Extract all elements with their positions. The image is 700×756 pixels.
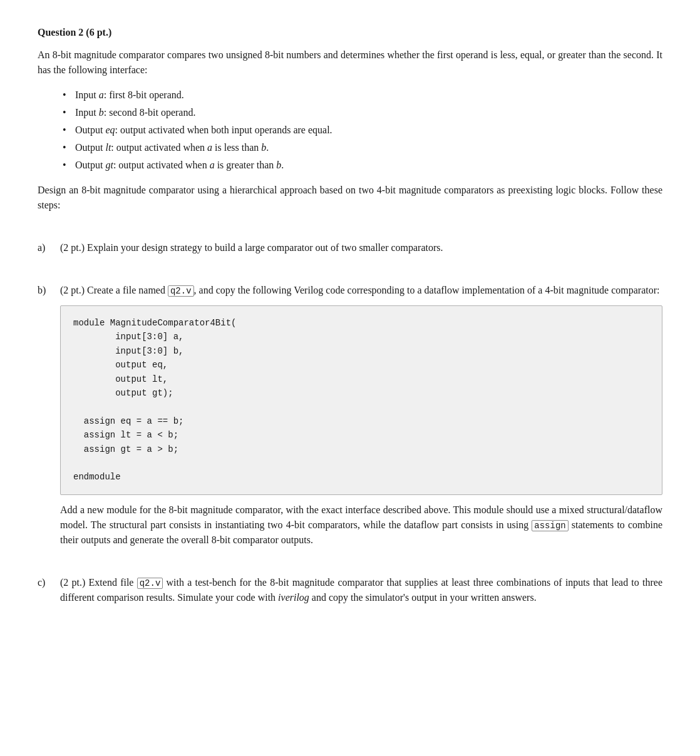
list-item: Output eq: output activated when both in… xyxy=(63,123,662,138)
design-text: Design an 8-bit magnitude comparator usi… xyxy=(38,183,662,213)
subquestion-a-text: (2 pt.) Explain your design strategy to … xyxy=(60,240,443,255)
list-item: Input b: second 8-bit operand. xyxy=(63,105,662,120)
sub-label-a: a) xyxy=(38,240,55,255)
subquestion-c-label: c) (2 pt.) Extend file q2.v with a test-… xyxy=(38,575,662,605)
subquestion-b: b) (2 pt.) Create a file named q2.v, and… xyxy=(38,283,662,548)
list-item: Output lt: output activated when a is le… xyxy=(63,140,662,155)
subquestion-a-label: a) (2 pt.) Explain your design strategy … xyxy=(38,240,662,255)
sub-label-c: c) xyxy=(38,575,55,590)
filename-b: q2.v xyxy=(168,285,194,297)
subquestion-b-label: b) (2 pt.) Create a file named q2.v, and… xyxy=(38,283,662,298)
subquestion-c: c) (2 pt.) Extend file q2.v with a test-… xyxy=(38,575,662,605)
subquestion-b-followup: Add a new module for the 8-bit magnitude… xyxy=(60,503,662,548)
intro-text: An 8-bit magnitude comparator compares t… xyxy=(38,48,662,78)
sub-label-b: b) xyxy=(38,283,55,298)
assign-keyword: assign xyxy=(532,520,568,531)
filename-c: q2.v xyxy=(137,578,163,589)
subquestion-a: a) (2 pt.) Explain your design strategy … xyxy=(38,240,662,255)
list-item: Input a: first 8-bit operand. xyxy=(63,88,662,103)
subquestion-c-text: (2 pt.) Extend file q2.v with a test-ben… xyxy=(60,575,662,605)
list-item: Output gt: output activated when a is gr… xyxy=(63,158,662,173)
bullet-list: Input a: first 8-bit operand. Input b: s… xyxy=(63,88,662,173)
code-block: module MagnitudeComparator4Bit( input[3:… xyxy=(60,305,662,495)
question-title: Question 2 (6 pt.) xyxy=(38,25,662,40)
iverilog-text: iverilog xyxy=(278,592,309,603)
subquestion-b-text: (2 pt.) Create a file named q2.v, and co… xyxy=(60,283,660,298)
